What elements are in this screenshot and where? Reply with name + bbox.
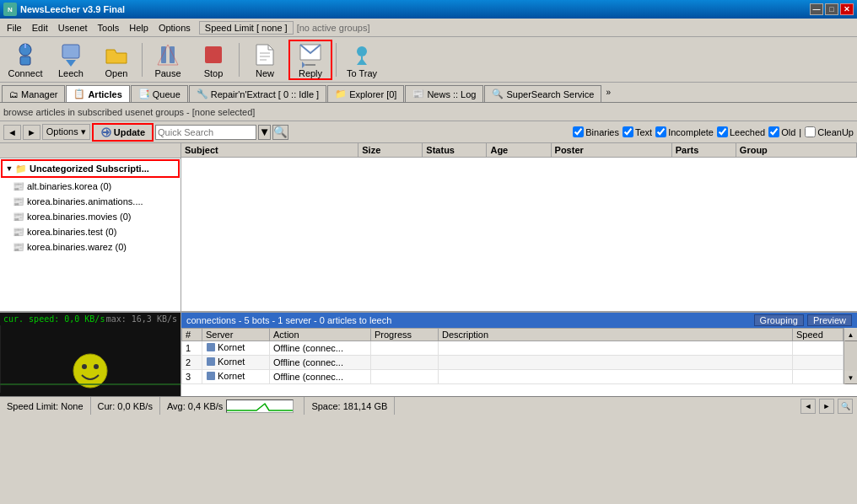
svg-marker-18 (103, 129, 110, 136)
col-subject[interactable]: Subject (181, 143, 358, 157)
conn-1-server: Kornet (202, 341, 270, 356)
minimize-button[interactable]: — (810, 3, 823, 15)
reply-button[interactable]: Reply (288, 40, 332, 80)
status-nav-back[interactable]: ◄ (800, 399, 816, 414)
nav-fwd-button[interactable]: ► (23, 125, 40, 140)
connections-info: connections - 5 bots - 1 server - 0 arti… (186, 315, 391, 325)
close-button[interactable]: ✕ (840, 3, 854, 15)
leech-icon (57, 41, 84, 68)
connect-icon (12, 41, 39, 68)
conn-2-num: 2 (182, 356, 202, 370)
tab-supersearch-label: SuperSearch Service (506, 89, 594, 99)
reply-label: Reply (299, 68, 322, 78)
nav-back-button[interactable]: ◄ (3, 125, 21, 140)
totray-button[interactable]: To Tray (340, 40, 384, 80)
bottom-section: cur. speed: 0,0 KB/s max: 16,3 KB/s conn… (0, 312, 857, 396)
content-area: ▼ 📁 Uncategorized Subscripti... 📰 alt.bi… (0, 143, 857, 312)
menu-bar: File Edit Usenet Tools Help Options Spee… (0, 19, 857, 37)
leech-button[interactable]: Leech (49, 40, 93, 80)
svg-rect-24 (207, 343, 215, 351)
conn-1-progress (371, 341, 439, 356)
col-size[interactable]: Size (358, 143, 423, 157)
tree-icon-5: 📰 (12, 240, 25, 254)
open-button[interactable]: Open (94, 40, 138, 80)
connections-table-wrapper: # Server Action Progress Description Spe… (181, 328, 857, 384)
status-nav-fwd[interactable]: ► (819, 399, 834, 414)
filter-text[interactable]: Text (623, 126, 652, 137)
tab-queue[interactable]: 📑 Queue (131, 85, 188, 102)
tab-more-button[interactable]: » (602, 86, 614, 99)
update-icon (100, 126, 112, 138)
update-label: Update (114, 127, 145, 137)
tree-child-3[interactable]: 📰 korea.binaries.movies (0) (0, 209, 181, 224)
col-age[interactable]: Age (487, 143, 551, 157)
conn-row-2: 2 Kornet Offline (connec... (182, 356, 844, 370)
tree-root-item[interactable]: ▼ 📁 Uncategorized Subscripti... (1, 159, 180, 178)
tab-explorer-icon: 📁 (335, 88, 347, 99)
tab-manager[interactable]: 🗂 Manager (2, 85, 65, 102)
avg-speed-text: Avg: 0,4 KB/s (167, 401, 223, 411)
leech-label: Leech (58, 68, 84, 78)
tree-child-4[interactable]: 📰 korea.binaries.test (0) (0, 224, 181, 239)
filter-binaries[interactable]: Binaries (573, 126, 619, 137)
menu-help[interactable]: Help (124, 21, 154, 35)
col-group[interactable]: Group (736, 143, 857, 157)
tab-explorer[interactable]: 📁 Explorer [0] (327, 85, 404, 102)
col-poster[interactable]: Poster (552, 143, 672, 157)
quick-search-go[interactable]: 🔍 (272, 125, 288, 140)
menu-usenet[interactable]: Usenet (53, 21, 93, 35)
filter-leeched[interactable]: Leeched (717, 126, 765, 137)
filter-cleanup[interactable]: CleanUp (805, 126, 854, 137)
col-progress-header[interactable]: Progress (371, 329, 439, 341)
preview-button[interactable]: Preview (807, 314, 852, 326)
tree-child-5[interactable]: 📰 korea.binaries.warez (0) (0, 239, 181, 255)
col-parts[interactable]: Parts (672, 143, 736, 157)
connect-button[interactable]: Connect (3, 40, 47, 80)
menu-options[interactable]: Options (154, 21, 196, 35)
col-speed-header[interactable]: Speed (793, 329, 844, 341)
quick-search-dropdown[interactable]: ▼ (258, 125, 271, 140)
tree-child-1[interactable]: 📰 alt.binaries.korea (0) (0, 179, 181, 194)
col-description-header[interactable]: Description (439, 329, 793, 341)
col-server-header[interactable]: Server (202, 329, 270, 341)
filter-old[interactable]: Old (768, 126, 795, 137)
scroll-down-button[interactable]: ▼ (844, 371, 858, 384)
svg-rect-1 (20, 56, 30, 65)
options-dropdown-button[interactable]: Options ▾ (42, 124, 90, 140)
menu-edit[interactable]: Edit (27, 21, 53, 35)
tab-newslog[interactable]: 📰 News :: Log (405, 85, 483, 102)
tab-supersearch[interactable]: 🔍 SuperSearch Service (484, 85, 601, 102)
open-label: Open (105, 68, 128, 78)
title-bar: N NewsLeecher v3.9 Final — □ ✕ (0, 0, 857, 19)
speed-limit-button[interactable]: Speed Limit [ none ] (199, 21, 294, 35)
grouping-button[interactable]: Grouping (754, 314, 804, 326)
conn-1-speed (793, 341, 844, 356)
menu-tools[interactable]: Tools (93, 21, 125, 35)
conn-3-desc (439, 370, 793, 384)
tree-toggle-root[interactable]: ▼ (4, 164, 14, 173)
col-status[interactable]: Status (423, 143, 487, 157)
filter-incomplete[interactable]: Incomplete (655, 126, 714, 137)
tab-explorer-label: Explorer [0] (349, 89, 396, 99)
col-num-header[interactable]: # (182, 329, 202, 341)
tab-articles[interactable]: 📋 Articles (66, 85, 129, 102)
col-action-header[interactable]: Action (270, 329, 371, 341)
quick-search-input[interactable] (155, 125, 256, 140)
new-button[interactable]: New (243, 40, 287, 80)
conn-row-3: 3 Kornet Offline (connec... (182, 370, 844, 384)
status-space: Space: 181,14 GB (305, 397, 395, 415)
menu-file[interactable]: File (2, 21, 27, 35)
update-button[interactable]: Update (92, 123, 154, 142)
conn-2-action: Offline (connec... (270, 356, 371, 370)
scroll-up-button[interactable]: ▲ (844, 328, 858, 341)
right-articles-panel: Subject Size Status Age Poster Parts Gro… (181, 143, 857, 311)
articles-column-header: Subject Size Status Age Poster Parts Gro… (181, 143, 857, 158)
maximize-button[interactable]: □ (825, 3, 838, 15)
tree-child-2[interactable]: 📰 korea.binaries.animations.... (0, 194, 181, 209)
pause-button[interactable]: Pause (146, 40, 190, 80)
conn-1-action: Offline (connec... (270, 341, 371, 356)
status-search-btn[interactable]: 🔍 (838, 399, 853, 414)
stop-button[interactable]: Stop (191, 40, 235, 80)
tab-repair[interactable]: 🔧 Repair'n'Extract [ 0 :: Idle ] (189, 85, 326, 102)
connections-scrollbar[interactable]: ▲ ▼ (844, 328, 857, 384)
